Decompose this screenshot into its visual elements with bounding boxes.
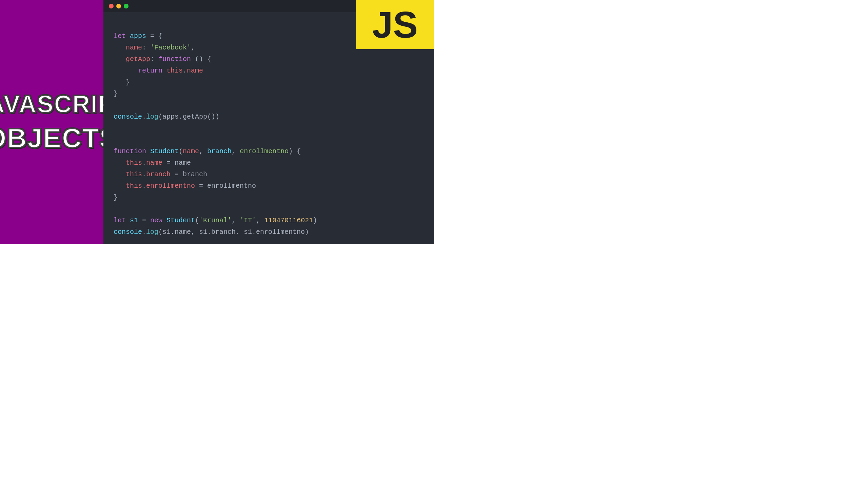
paren2: ) { — [289, 147, 301, 155]
comma: , — [191, 44, 195, 52]
indent — [114, 44, 126, 52]
close-button[interactable] — [109, 4, 114, 8]
this2: this — [126, 170, 142, 178]
colon2: : — [150, 55, 158, 63]
assign3: = enrollmentno — [195, 182, 256, 190]
indent2 — [114, 55, 126, 63]
code-area: let apps = { name: 'Facebook', getApp: f… — [103, 12, 434, 244]
prop-getapp: getApp — [126, 55, 150, 63]
str-krunal: 'Krunal' — [199, 217, 232, 224]
punct: = { — [146, 32, 162, 40]
assign1: = name — [162, 159, 191, 167]
close-brace3: } — [114, 194, 118, 201]
assign2: = branch — [171, 170, 207, 178]
colon: : — [142, 44, 150, 52]
param-branch: branch — [207, 147, 232, 155]
dot1: . — [183, 67, 187, 75]
console1: console — [114, 113, 142, 121]
log1: log — [146, 113, 158, 121]
sub-title: OBJECTS — [0, 124, 118, 152]
log1-args: (apps.getApp()) — [158, 113, 219, 121]
prop-name: name — [126, 44, 142, 52]
dot3: . — [142, 159, 146, 167]
func-params: () { — [191, 55, 211, 63]
this-name: name — [146, 159, 162, 167]
class-student2: Student — [166, 217, 195, 224]
indent5 — [114, 170, 126, 178]
str-facebook: 'Facebook' — [150, 44, 191, 52]
close-brace2: } — [114, 90, 118, 98]
kw-new: new — [150, 217, 162, 224]
this-branch: branch — [146, 170, 171, 178]
maximize-button[interactable] — [124, 4, 129, 8]
comma5: , — [256, 217, 264, 224]
var-s1: s1 — [130, 217, 138, 224]
student-args: ( — [195, 217, 199, 224]
space — [162, 67, 166, 75]
dot4: . — [142, 170, 146, 178]
code-editor-panel: JS let apps = { name: 'Facebook', getApp… — [103, 0, 434, 244]
left-panel: JAVASCRIPT OBJECTS — [0, 0, 103, 244]
class-student: Student — [150, 147, 179, 155]
dot6: . — [142, 228, 146, 236]
space2 — [146, 147, 150, 155]
paren3: ) — [313, 217, 317, 224]
this-kw: this — [166, 67, 183, 75]
this3: this — [126, 182, 142, 190]
keyword-let: let — [114, 32, 130, 40]
minimize-button[interactable] — [116, 4, 121, 8]
indent4 — [114, 159, 126, 167]
kw-return: return — [138, 67, 162, 75]
window-controls — [109, 4, 129, 8]
param-name: name — [183, 147, 199, 155]
comma4: , — [232, 217, 240, 224]
paren1: ( — [179, 147, 183, 155]
prop-name2: name — [187, 67, 203, 75]
close-brace1: } — [114, 78, 130, 86]
indent6 — [114, 182, 126, 190]
log2: log — [146, 228, 158, 236]
comma3: , — [232, 147, 240, 155]
var-apps: apps — [130, 32, 146, 40]
kw-let2: let — [114, 217, 130, 224]
this1: this — [126, 159, 142, 167]
space3 — [162, 217, 166, 224]
log2-args: (s1.name, s1.branch, s1.enrollmentno) — [158, 228, 309, 236]
console2: console — [114, 228, 142, 236]
str-it: 'IT' — [240, 217, 256, 224]
dot2: . — [142, 113, 146, 121]
assign4: = — [138, 217, 150, 224]
code-content: let apps = { name: 'Facebook', getApp: f… — [103, 16, 434, 244]
num-enroll: 110470116021 — [264, 217, 313, 224]
param-enroll: enrollmentno — [240, 147, 289, 155]
indent3 — [114, 67, 138, 75]
comma2: , — [199, 147, 207, 155]
this-enrollmentno: enrollmentno — [146, 182, 195, 190]
kw-function: function — [158, 55, 191, 63]
kw-function2: function — [114, 147, 146, 155]
dot5: . — [142, 182, 146, 190]
